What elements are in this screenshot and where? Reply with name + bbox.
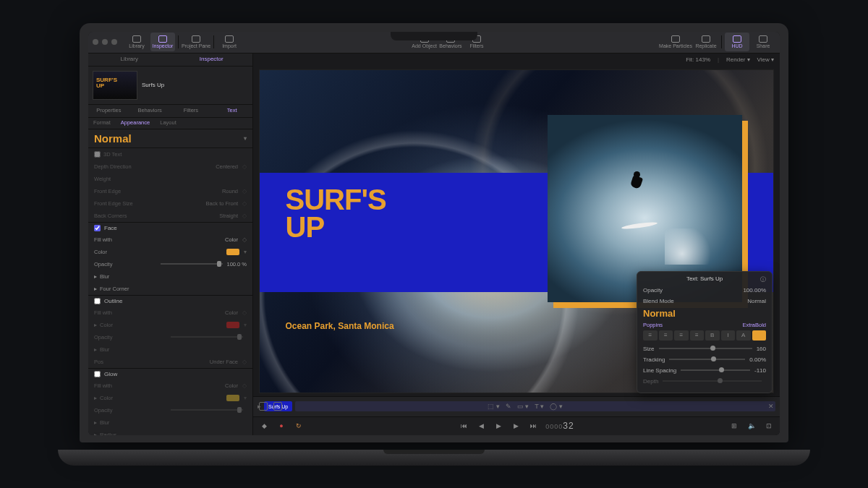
outline-checkbox[interactable]: [94, 298, 101, 304]
canvas-area: Fit: 143% | Render ▾ View ▾ SURF'S UP Oc…: [253, 53, 780, 435]
subtab-behaviors[interactable]: Behaviors: [129, 105, 171, 117]
subtab-text[interactable]: Text: [211, 105, 252, 117]
layout-icon[interactable]: ⊡: [764, 421, 774, 431]
face-checkbox[interactable]: [94, 225, 101, 231]
go-start-icon[interactable]: ⏮: [459, 421, 469, 431]
import-button[interactable]: Import: [217, 33, 242, 51]
audio-icon[interactable]: 🔈: [746, 421, 757, 431]
tab-library[interactable]: Library: [88, 53, 171, 66]
snap-icon[interactable]: ✕: [768, 403, 774, 410]
subtitle-text[interactable]: Ocean Park, Santa Monica: [286, 321, 394, 331]
align-center-button[interactable]: ≡: [659, 330, 673, 341]
preview-thumbnail[interactable]: [93, 71, 137, 100]
keyframe-nav-icon[interactable]: ◆: [259, 421, 269, 431]
tool-text-icon[interactable]: T ▾: [535, 403, 544, 410]
inspector-button[interactable]: Inspector: [150, 33, 175, 51]
title-text[interactable]: SURF'S UP: [286, 186, 386, 241]
face-color-swatch[interactable]: [226, 249, 239, 255]
outline-opacity-slider[interactable]: [171, 336, 244, 338]
hud-depth-slider[interactable]: [663, 380, 762, 382]
make-particles-button[interactable]: Make Particles: [659, 33, 692, 51]
project-pane-button[interactable]: Project Pane: [182, 33, 210, 51]
view-menu[interactable]: View ▾: [757, 56, 774, 63]
glow-color-swatch[interactable]: [226, 395, 239, 401]
hud-close-icon[interactable]: ⓘ: [760, 275, 766, 283]
3d-text-label: 3D Text: [103, 151, 247, 158]
glow-section[interactable]: Glow: [88, 368, 252, 380]
go-end-icon[interactable]: ⏭: [528, 421, 538, 431]
tool-select-icon[interactable]: ⬚ ▾: [488, 403, 500, 410]
align-justify-button[interactable]: ≡: [690, 330, 705, 341]
canvas-tool-row: ⬚ ▾ ✎ ▭ ▾ T ▾ ◯ ▾ ✕: [259, 399, 774, 414]
library-button[interactable]: Library: [124, 33, 149, 51]
hud-button[interactable]: HUD: [725, 33, 749, 51]
glow-opacity-slider[interactable]: [171, 409, 244, 411]
tool-shape-icon[interactable]: ◯ ▾: [550, 403, 563, 410]
item-title: Surfs Up: [142, 82, 164, 88]
font-picker[interactable]: Normal▾: [88, 129, 252, 148]
loop-icon[interactable]: ↻: [294, 421, 304, 431]
record-icon[interactable]: ●: [276, 421, 286, 431]
tool-pointer-icon[interactable]: [259, 402, 268, 411]
color-swatch-button[interactable]: [752, 330, 767, 341]
face-section[interactable]: Face: [88, 222, 252, 234]
hud-panel[interactable]: Text: Surfs Upⓘ Opacity100.00% Blend Mod…: [637, 271, 773, 393]
hud-tracking-slider[interactable]: [669, 359, 745, 360]
tool-mask-icon[interactable]: ▭ ▾: [517, 403, 529, 410]
outline-section[interactable]: Outline: [88, 295, 252, 307]
hud-size-slider[interactable]: [659, 348, 752, 349]
outline-color-swatch[interactable]: [226, 322, 239, 328]
tool-edit-icon[interactable]: ✎: [506, 403, 511, 410]
fit-menu[interactable]: Fit: 143%: [686, 56, 710, 63]
align-right-button[interactable]: ≡: [674, 330, 689, 341]
style-bold-button[interactable]: B: [705, 330, 720, 341]
3d-text-checkbox[interactable]: [94, 151, 101, 158]
align-left-button[interactable]: ≡: [643, 330, 658, 341]
water-spray: [665, 228, 723, 265]
subtab-properties[interactable]: Properties: [88, 105, 129, 117]
play-icon[interactable]: ▶: [493, 421, 503, 431]
timecode[interactable]: 000032: [545, 421, 574, 431]
laptop-base: [58, 450, 810, 466]
hud-linespacing-slider[interactable]: [681, 369, 750, 371]
transport-bar: ◆ ● ↻ ⏮ ◀ ▶ ▶ ⏭ 000032 ⊞ 🔈 ⊡: [253, 416, 780, 435]
timing-pane-icon[interactable]: ⊞: [729, 421, 739, 431]
tool-secondary-icon[interactable]: [273, 402, 282, 411]
render-menu[interactable]: Render ▾: [726, 56, 749, 63]
style-caps-button[interactable]: A: [736, 330, 751, 341]
fmt-appearance[interactable]: Appearance: [116, 118, 155, 129]
hud-font-weight[interactable]: ExtraBold: [742, 322, 766, 328]
tab-inspector[interactable]: Inspector: [171, 53, 253, 66]
surfboard: [621, 221, 658, 231]
fmt-layout[interactable]: Layout: [155, 118, 182, 129]
step-forward-icon[interactable]: ▶: [511, 421, 521, 431]
hud-font-family[interactable]: Poppins: [643, 322, 663, 328]
step-back-icon[interactable]: ◀: [476, 421, 486, 431]
style-italic-button[interactable]: I: [721, 330, 736, 341]
inspector-panel: Library Inspector Surfs Up Properties Be…: [88, 53, 253, 435]
hud-opacity-value[interactable]: 100.00%: [743, 287, 766, 294]
glow-checkbox[interactable]: [94, 371, 101, 377]
replicate-button[interactable]: Replicate: [694, 33, 718, 51]
subtab-filters[interactable]: Filters: [171, 105, 212, 117]
hud-title: Text: Surfs Up: [686, 275, 723, 282]
window-controls[interactable]: [93, 39, 117, 45]
share-button[interactable]: Share: [751, 33, 775, 51]
hud-blend-value[interactable]: Normal: [747, 298, 766, 304]
hud-font-picker[interactable]: Normal: [643, 307, 766, 322]
fmt-format[interactable]: Format: [88, 118, 116, 129]
face-opacity-slider[interactable]: [161, 263, 224, 265]
surfer-figure: [629, 171, 645, 193]
